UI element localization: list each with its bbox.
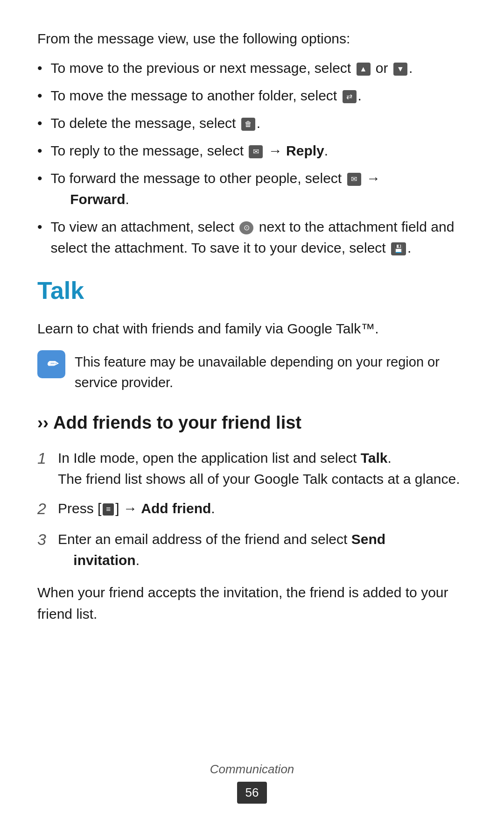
bullet-2-content: To move the message to another folder, s…: [51, 85, 467, 106]
step-3: 3 Enter an email address of the friend a…: [37, 529, 467, 571]
bullet-3-content: To delete the message, select 🗑.: [51, 113, 467, 134]
chevron-right-icon: ››: [37, 410, 49, 436]
send-invitation-label: Send invitation: [58, 531, 385, 568]
step-1-content: In Idle mode, open the application list …: [58, 447, 467, 489]
bullet-list: To move to the previous or next message,…: [37, 57, 467, 258]
bullet-item-3: To delete the message, select 🗑.: [37, 113, 467, 134]
step-list: 1 In Idle mode, open the application lis…: [37, 447, 467, 571]
subsection-title: ›› Add friends to your friend list: [37, 410, 467, 436]
bullet-item-5: To forward the message to other people, …: [37, 168, 467, 210]
step-3-num: 3: [37, 529, 58, 551]
menu-icon: ≡: [103, 503, 114, 516]
step-2: 2 Press [≡] → Add friend.: [37, 498, 467, 520]
forward-label: Forward: [70, 191, 125, 207]
bullet-5-content: To forward the message to other people, …: [51, 168, 467, 210]
step-3-content: Enter an email address of the friend and…: [58, 529, 467, 571]
bullet-4-content: To reply to the message, select ✉ → Repl…: [51, 140, 467, 161]
trash-icon: 🗑: [241, 118, 255, 131]
bullet-1-content: To move to the previous or next message,…: [51, 57, 467, 78]
step-2-content: Press [≡] → Add friend.: [58, 498, 467, 519]
step-1-num: 1: [37, 447, 58, 470]
section-description: Learn to chat with friends and family vi…: [37, 318, 467, 339]
reply-mail-icon: ✉: [249, 145, 263, 158]
arrow-down-icon: ▼: [393, 63, 407, 76]
reply-label: Reply: [286, 143, 324, 158]
arrow-up-icon: ▲: [357, 63, 371, 76]
forward-mail-icon: ✉: [347, 173, 361, 186]
intro-text: From the message view, use the following…: [37, 28, 467, 49]
section-title: Talk: [37, 272, 467, 309]
footer: Communication 56: [0, 760, 504, 804]
step-1: 1 In Idle mode, open the application lis…: [37, 447, 467, 489]
footer-label: Communication: [0, 760, 504, 778]
note-text: This feature may be unavailable dependin…: [75, 350, 467, 393]
talk-label-1: Talk: [361, 450, 388, 466]
folder-icon: ⇄: [343, 90, 357, 103]
bullet-item-2: To move the message to another folder, s…: [37, 85, 467, 106]
bullet-item-6: To view an attachment, select ⊙ next to …: [37, 216, 467, 258]
add-friend-label: Add friend: [141, 501, 211, 516]
circle-down-icon: ⊙: [239, 221, 253, 234]
closing-text: When your friend accepts the invitation,…: [37, 582, 467, 625]
bullet-6-content: To view an attachment, select ⊙ next to …: [51, 216, 467, 258]
subsection-title-text: Add friends to your friend list: [53, 410, 301, 436]
bullet-item-4: To reply to the message, select ✉ → Repl…: [37, 140, 467, 161]
bullet-item-1: To move to the previous or next message,…: [37, 57, 467, 78]
save-icon: 💾: [391, 242, 406, 255]
footer-page: 56: [237, 782, 267, 804]
note-icon: ✏: [37, 350, 65, 378]
note-box: ✏ This feature may be unavailable depend…: [37, 350, 467, 393]
step-2-num: 2: [37, 498, 58, 520]
or-text: or: [376, 60, 392, 76]
